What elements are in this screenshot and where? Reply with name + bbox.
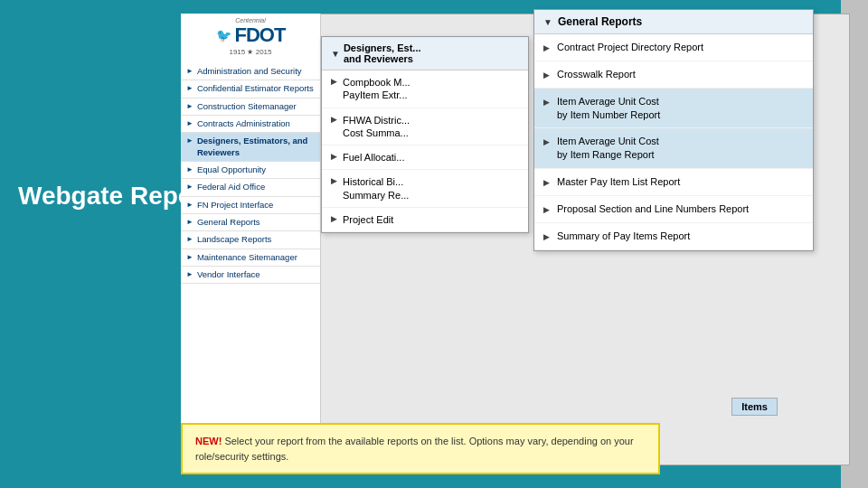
sidebar-item-maintenance[interactable]: ► Maintenance Sitemanager xyxy=(181,249,320,267)
sidebar-item-fn[interactable]: ► FN Project Interface xyxy=(181,197,320,214)
general-reports-title: General Reports xyxy=(558,15,642,28)
dropdown-item-label: Historical Bi...Summary Re... xyxy=(343,175,409,202)
fdot-logo: Centennial 🐦 FDOT 1915 ★ 2015 xyxy=(181,14,320,60)
designers-dropdown-header: ▼ Designers, Est...and Reviewers xyxy=(322,37,528,70)
sidebar: Centennial 🐦 FDOT 1915 ★ 2015 ► Administ… xyxy=(181,14,321,465)
tri-icon: ▶ xyxy=(543,42,550,53)
new-tag: NEW! xyxy=(195,436,222,446)
gr-item-summary-pay[interactable]: ▶ Summary of Pay Items Report xyxy=(534,223,813,250)
general-reports-panel: ▼ General Reports ▶ Contract Project Dir… xyxy=(533,9,814,251)
sidebar-label: General Reports xyxy=(197,217,260,228)
arrow-icon: ► xyxy=(186,253,193,262)
arrow-icon: ► xyxy=(186,136,193,145)
sidebar-label: Confidential Estimator Reports xyxy=(197,83,314,94)
gr-item-proposal-section[interactable]: ▶ Proposal Section and Line Numbers Repo… xyxy=(534,196,813,223)
sidebar-label: FN Project Interface xyxy=(197,200,273,211)
gr-item-label: Item Average Unit Costby Item Number Rep… xyxy=(557,95,660,122)
designers-dropdown: ▼ Designers, Est...and Reviewers ▶ Compb… xyxy=(321,36,529,233)
sidebar-label: Equal Opportunity xyxy=(197,164,266,175)
items-badge: Items xyxy=(731,398,778,416)
tri-icon: ▶ xyxy=(543,70,550,80)
gr-item-label: Crosswalk Report xyxy=(557,68,636,81)
notification-text: Select your report from the available re… xyxy=(195,436,634,462)
tri-icon: ▶ xyxy=(331,115,337,126)
sidebar-item-landscape[interactable]: ► Landscape Reports xyxy=(181,231,320,249)
notification-bar: NEW! Select your report from the availab… xyxy=(181,423,660,474)
tri-icon: ▶ xyxy=(331,176,337,187)
centennial-label: Centennial xyxy=(235,17,265,23)
tri-icon: ▶ xyxy=(331,77,337,88)
arrow-icon: ► xyxy=(186,102,193,111)
sidebar-label: Vendor Interface xyxy=(197,269,260,280)
dropdown-item-fhwa[interactable]: ▶ FHWA Distric...Cost Summa... xyxy=(322,108,528,146)
gr-item-crosswalk[interactable]: ▶ Crosswalk Report xyxy=(534,61,813,89)
sidebar-item-confidential[interactable]: ► Confidential Estimator Reports xyxy=(181,80,320,98)
sidebar-item-construction[interactable]: ► Construction Sitemanager xyxy=(181,99,320,116)
fdot-years: 1915 ★ 2015 xyxy=(229,48,271,56)
fdot-text: FDOT xyxy=(235,23,286,47)
sidebar-item-general[interactable]: ► General Reports xyxy=(181,214,320,231)
tri-icon: ▶ xyxy=(543,231,550,242)
gr-item-master-payitem[interactable]: ▶ Master Pay Item List Report xyxy=(534,169,813,196)
dropdown-item-project[interactable]: ▶ Project Edit xyxy=(322,208,528,232)
sidebar-label: Designers, Estimators, and Reviewers xyxy=(197,136,315,158)
arrow-icon: ► xyxy=(186,218,193,227)
general-reports-header: ▼ General Reports xyxy=(534,10,813,34)
collapse-icon: ▼ xyxy=(331,49,340,59)
designers-header-text: Designers, Est...and Reviewers xyxy=(344,42,421,64)
dropdown-item-historical[interactable]: ▶ Historical Bi...Summary Re... xyxy=(322,170,528,208)
sidebar-label: Federal Aid Office xyxy=(197,182,265,192)
arrow-icon: ► xyxy=(186,270,193,279)
sidebar-label: Construction Sitemanager xyxy=(197,101,297,112)
gr-item-label: Summary of Pay Items Report xyxy=(557,230,690,243)
arrow-icon: ► xyxy=(186,67,193,76)
items-badge-label: Items xyxy=(741,401,768,412)
dropdown-item-label: Project Edit xyxy=(343,213,393,226)
fdot-bird-icon: 🐦 xyxy=(216,28,231,42)
tri-icon: ▶ xyxy=(543,97,550,108)
tri-icon: ▶ xyxy=(543,204,550,215)
sidebar-label: Landscape Reports xyxy=(197,234,271,245)
dropdown-item-label: Compbook M...PayItem Extr... xyxy=(343,76,410,102)
sidebar-nav: ► Administration and Security ► Confiden… xyxy=(181,60,320,287)
sidebar-item-designers[interactable]: ► Designers, Estimators, and Reviewers xyxy=(181,133,320,162)
sidebar-label: Contracts Administration xyxy=(197,118,290,129)
gr-item-avg-cost-number[interactable]: ▶ Item Average Unit Costby Item Number R… xyxy=(534,89,813,129)
dropdown-item-compbook[interactable]: ▶ Compbook M...PayItem Extr... xyxy=(322,70,528,108)
gr-item-label: Proposal Section and Line Numbers Report xyxy=(557,202,749,216)
tri-icon: ▶ xyxy=(331,214,337,225)
arrow-icon: ► xyxy=(186,119,193,128)
arrow-icon: ► xyxy=(186,183,193,192)
arrow-icon: ► xyxy=(186,235,193,244)
sidebar-item-vendor[interactable]: ► Vendor Interface xyxy=(181,267,320,284)
sidebar-item-equal[interactable]: ► Equal Opportunity xyxy=(181,162,320,179)
tri-icon: ▶ xyxy=(543,177,550,188)
tri-icon: ▶ xyxy=(331,152,337,163)
dropdown-item-label: Fuel Allocati... xyxy=(343,151,404,164)
arrow-icon: ► xyxy=(186,84,193,93)
gr-item-label: Item Average Unit Costby Item Range Repo… xyxy=(557,135,659,162)
fdot-logo-top: 🐦 FDOT xyxy=(216,23,286,47)
sidebar-label: Maintenance Sitemanager xyxy=(197,252,297,263)
sidebar-item-admin[interactable]: ► Administration and Security xyxy=(181,63,320,80)
arrow-icon: ► xyxy=(186,201,193,210)
arrow-icon: ► xyxy=(186,165,193,174)
collapse-icon: ▼ xyxy=(543,17,552,27)
gr-item-avg-cost-range[interactable]: ▶ Item Average Unit Costby Item Range Re… xyxy=(534,128,813,169)
gr-item-contract-project[interactable]: ▶ Contract Project Directory Report xyxy=(534,34,813,61)
tri-icon: ▶ xyxy=(543,136,550,147)
dropdown-item-label: FHWA Distric...Cost Summa... xyxy=(343,114,410,140)
sidebar-item-contracts[interactable]: ► Contracts Administration xyxy=(181,116,320,133)
gr-item-label: Contract Project Directory Report xyxy=(557,41,703,54)
gr-item-label: Master Pay Item List Report xyxy=(557,175,680,189)
sidebar-label: Administration and Security xyxy=(197,66,302,77)
sidebar-item-federal[interactable]: ► Federal Aid Office xyxy=(181,179,320,196)
dropdown-item-fuel[interactable]: ▶ Fuel Allocati... xyxy=(322,145,528,170)
